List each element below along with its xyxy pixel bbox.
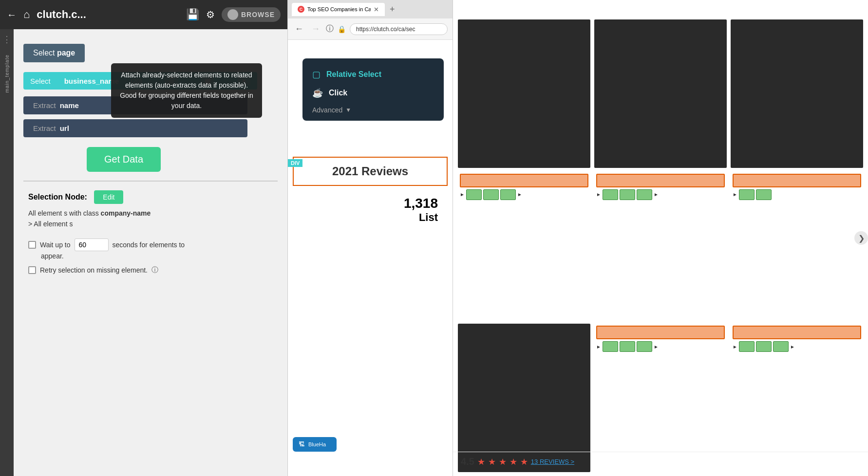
get-data-button[interactable]: Get Data — [87, 147, 161, 172]
scroll-right-btn[interactable]: ❯ — [854, 231, 868, 245]
arrow-icon-6: ► — [596, 344, 601, 349]
arrow-icon-7: ► — [654, 344, 659, 349]
arrow-icon-2: ► — [517, 192, 522, 197]
grid-cell-3 — [731, 19, 863, 168]
advanced-item[interactable]: Advanced ▼ — [312, 102, 434, 114]
green-box-5c — [773, 341, 789, 352]
green-box-5a — [739, 341, 755, 352]
reviews-link[interactable]: 13 REVIEWS > — [531, 458, 574, 465]
orange-bar-1 — [460, 174, 588, 187]
tab-title: Top SEO Companies in Canada - — [307, 6, 371, 12]
selection-node-desc: All element s with class company-name > … — [28, 208, 278, 230]
back-button[interactable]: ← — [293, 24, 305, 34]
click-hand-icon: ☕ — [312, 88, 323, 98]
extract-name-prefix: Extract — [33, 101, 56, 110]
review-title: 2021 Reviews — [332, 165, 408, 178]
wait-row: Wait up to seconds for elements to — [28, 238, 278, 251]
extract-name-value: name — [60, 101, 79, 110]
browser-content: ▢ Relative Select ☕ Click Advanced ▼ 202… — [288, 40, 453, 476]
toggle-knob — [227, 9, 238, 20]
left-panel: ← ⌂ clutch.c... 💾 ⚙ BROWSE ⋮ main_templa… — [0, 0, 287, 476]
click-label: Click — [329, 89, 347, 97]
extract-url-prefix: Extract — [33, 124, 56, 132]
new-tab-icon[interactable]: + — [388, 4, 397, 15]
address-bar: ← → ⓘ 🔒 — [288, 18, 453, 40]
count-text: 1,318 — [288, 196, 453, 211]
browse-toggle[interactable]: BROWSE — [222, 7, 281, 22]
wait-suffix: seconds for elements to — [113, 241, 185, 249]
extract-url-value: url — [60, 124, 69, 132]
wait-input[interactable] — [75, 238, 109, 251]
back-icon[interactable]: ← — [7, 9, 17, 20]
green-row-4: ► ► — [596, 341, 725, 352]
blueha-text: BlueHa — [308, 441, 326, 447]
home-icon[interactable]: ⌂ — [23, 8, 30, 21]
section-divider — [23, 181, 278, 182]
retry-checkbox[interactable] — [28, 266, 36, 274]
relative-select-icon: ▢ — [312, 69, 321, 80]
green-box-4a — [603, 341, 618, 352]
top-bar: ← ⌂ clutch.c... 💾 ⚙ BROWSE — [0, 0, 287, 29]
grid-card-3: ► — [731, 172, 863, 320]
star-icon-3: ★ — [499, 457, 507, 467]
review-box: 2021 Reviews — [293, 157, 448, 186]
browser-panel: C Top SEO Companies in Canada - ✕ + ← → … — [287, 0, 453, 476]
div-label[interactable]: DIV — [288, 159, 302, 167]
arrow-icon-8: ► — [733, 344, 737, 349]
tab-close-icon[interactable]: ✕ — [374, 6, 379, 13]
save-icon[interactable]: 💾 — [186, 8, 199, 21]
green-box-5b — [756, 341, 772, 352]
select-page-button[interactable]: Select page — [23, 44, 85, 62]
green-row-3: ► — [733, 189, 861, 200]
info-icon[interactable]: ⓘ — [151, 266, 158, 275]
browser-tab[interactable]: C Top SEO Companies in Canada - ✕ — [292, 3, 385, 16]
relative-select-item[interactable]: ▢ Relative Select — [312, 65, 434, 84]
star-icon-1: ★ — [477, 457, 485, 467]
arrow-icon-3: ► — [596, 192, 601, 197]
tooltip-box: Attach already-selected elements to rela… — [111, 63, 262, 118]
green-box-3a — [739, 189, 755, 200]
select-business-prefix: Select — [30, 77, 51, 85]
advanced-label: Advanced — [312, 106, 342, 114]
tab-favicon: C — [298, 6, 304, 13]
retry-text: Retry selection on missing element. — [40, 266, 148, 274]
app-title: clutch.c... — [37, 8, 179, 21]
arrow-icon-5: ► — [733, 192, 737, 197]
sidebar-dots-icon[interactable]: ⋮ — [2, 34, 11, 45]
arrow-icon-1: ► — [460, 192, 465, 197]
blueha-icon: 🏗 — [299, 441, 304, 448]
grid-cell-4 — [458, 324, 590, 472]
click-item[interactable]: ☕ Click — [312, 84, 434, 102]
grid-preview: ► ► ► ► ► — [458, 19, 863, 476]
tab-bar: C Top SEO Companies in Canada - ✕ + — [288, 0, 453, 18]
forward-button[interactable]: → — [309, 24, 322, 34]
advanced-chevron-icon: ▼ — [345, 107, 351, 113]
green-box-4c — [637, 341, 652, 352]
wait-checkbox[interactable] — [28, 241, 36, 249]
grid-card-5: ► ► — [731, 324, 863, 472]
rating-section: 4.5 ★ ★ ★ ★ ★ 13 REVIEWS > — [453, 452, 868, 471]
gear-icon[interactable]: ⚙ — [206, 9, 215, 20]
orange-bar-3 — [733, 174, 861, 187]
lock-icon: 🔒 — [338, 25, 346, 33]
green-box-3b — [756, 189, 772, 200]
browse-label: BROWSE — [241, 11, 275, 18]
green-box-1a — [466, 189, 482, 200]
selection-node-section: Selection Node: Edit All element s with … — [23, 190, 278, 275]
grid-card-4: ► ► — [594, 324, 727, 472]
grid-card-2: ► ► — [594, 172, 727, 320]
blueha-box[interactable]: 🏗 BlueHa — [293, 437, 337, 452]
selection-node-title: Selection Node: — [28, 193, 87, 201]
green-row-5: ► ► — [733, 341, 861, 352]
info-circle-icon[interactable]: ⓘ — [326, 24, 334, 34]
tooltip-text: Attach already-selected elements to rela… — [120, 71, 253, 110]
green-box-1c — [500, 189, 516, 200]
green-box-4b — [620, 341, 635, 352]
extract-url-row: Extract url — [23, 119, 247, 137]
retry-row: Retry selection on missing element. ⓘ — [28, 266, 278, 275]
address-input[interactable] — [350, 23, 448, 35]
edit-button[interactable]: Edit — [94, 190, 123, 204]
green-box-2b — [620, 189, 635, 200]
select-page-bold: page — [57, 49, 75, 57]
desc-line2: > All element s — [28, 220, 73, 228]
